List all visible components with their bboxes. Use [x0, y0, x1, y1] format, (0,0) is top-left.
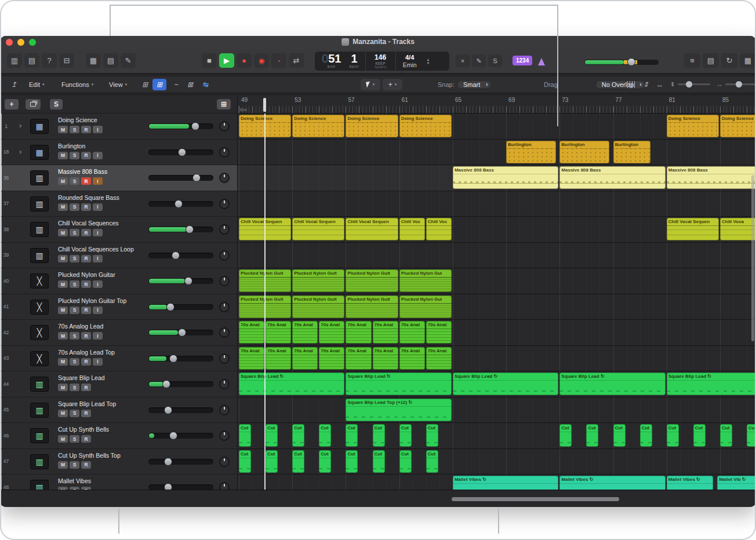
mute-button[interactable]: M: [58, 255, 68, 262]
track-name[interactable]: Rounded Square Bass: [58, 194, 119, 201]
track-header[interactable]: 45▥Square Blip Lead TopMSR: [0, 397, 237, 424]
solo-button[interactable]: S: [70, 410, 79, 417]
pan-knob[interactable]: [219, 173, 230, 183]
track-header[interactable]: 44▥Square Blip LeadMSR: [0, 371, 237, 397]
track-header[interactable]: 18›▦BurlingtonMSRI: [0, 140, 237, 166]
track-name[interactable]: Cut Up Synth Bells: [58, 426, 109, 433]
pan-knob[interactable]: [219, 482, 230, 490]
disclosure-triangle-icon[interactable]: ›: [19, 121, 21, 130]
region[interactable]: Mallet Vibes ↻: [559, 476, 665, 490]
track-name[interactable]: Plucked Nylon Guitar: [58, 271, 115, 278]
region[interactable]: Doing Science: [720, 115, 756, 137]
inspector-toggle-button[interactable]: ▤: [24, 53, 39, 68]
track-instrument-icon[interactable]: ▥: [30, 428, 49, 443]
volume-slider[interactable]: [148, 381, 213, 387]
automation-toggle-button[interactable]: ⊞: [138, 79, 152, 90]
track-header[interactable]: 46▥Cut Up Synth BellsMSR: [0, 423, 237, 449]
horizontal-zoom-slider[interactable]: ↔: [717, 81, 756, 87]
track-lane[interactable]: Mallet Vibes ↻Mallet Vibes ↻Mallet Vibes…: [238, 475, 756, 490]
solo-button[interactable]: S: [70, 280, 79, 288]
region[interactable]: 70s Anal: [319, 321, 344, 344]
pan-knob[interactable]: [219, 250, 230, 261]
region[interactable]: Chill Voca: [720, 218, 756, 240]
solo-mode-button[interactable]: S: [488, 54, 502, 67]
region[interactable]: Doing Science: [399, 115, 452, 137]
edit-menu[interactable]: Edit▾: [29, 79, 44, 90]
track-name[interactable]: 70s Analog Lead: [58, 323, 103, 330]
track-name[interactable]: Doing Science: [58, 116, 97, 123]
region[interactable]: Doing Science: [346, 115, 398, 137]
region[interactable]: 70s Anal: [399, 347, 425, 370]
region[interactable]: Cut: [266, 424, 278, 447]
volume-slider[interactable]: [148, 484, 213, 490]
horizontal-auto-zoom-button[interactable]: ↔: [653, 79, 667, 90]
record-enable-button[interactable]: R: [81, 177, 91, 185]
solo-button[interactable]: S: [70, 435, 79, 443]
region[interactable]: Cut: [640, 424, 652, 447]
snap-dropdown[interactable]: Smart▴▾: [458, 81, 490, 88]
track-header[interactable]: 41╳Plucked Nylon Guitar TopMSRI: [0, 294, 237, 320]
region[interactable]: 70s Anal: [399, 321, 425, 344]
region[interactable]: Burlington: [613, 141, 651, 163]
volume-knob[interactable]: [169, 432, 177, 440]
region[interactable]: Cut: [399, 424, 412, 447]
volume-knob[interactable]: [172, 251, 180, 260]
show-hide-tracks-button[interactable]: ⊞: [217, 99, 231, 110]
region[interactable]: Cut: [319, 424, 331, 447]
pan-knob[interactable]: [219, 430, 230, 441]
mute-button[interactable]: M: [58, 229, 68, 236]
region[interactable]: 70s Anal: [319, 347, 344, 370]
horizontal-zoom-track[interactable]: [725, 83, 756, 85]
track-lane[interactable]: Square Blip Lead ↻Square Blip Lead ↻Squa…: [238, 371, 756, 397]
input-monitoring-button[interactable]: I: [93, 255, 103, 262]
pan-knob[interactable]: [219, 147, 230, 158]
volume-slider[interactable]: [148, 175, 213, 181]
track-lane[interactable]: Chill Vocal SequenChill Vocal SequenChil…: [238, 217, 756, 243]
input-monitoring-button[interactable]: I: [93, 358, 103, 366]
waveform-zoom-button[interactable]: [624, 79, 638, 90]
region[interactable]: 70s Anal: [373, 321, 398, 344]
region[interactable]: Plucked Nylon Guit: [292, 295, 344, 318]
mute-button[interactable]: M: [58, 332, 68, 340]
input-monitoring-button[interactable]: I: [93, 280, 103, 288]
volume-knob[interactable]: [175, 200, 183, 208]
functions-menu[interactable]: Functions▾: [61, 79, 93, 90]
track-header[interactable]: 39▥Chill Vocal Sequences LoopMSRI: [0, 243, 237, 269]
region[interactable]: Cut: [346, 450, 358, 473]
region[interactable]: Chill Vocal Sequen: [346, 218, 398, 240]
track-header[interactable]: 47▥Cut Up Synth Bells TopMSR: [0, 449, 237, 475]
playhead-handle[interactable]: [263, 98, 266, 112]
catch-playhead-button[interactable]: ↥: [7, 79, 21, 90]
region[interactable]: Square Blip Lead ↻: [453, 373, 558, 395]
volume-slider[interactable]: [148, 149, 213, 155]
record-enable-button[interactable]: R: [81, 280, 91, 288]
horizontal-scrollbar[interactable]: [452, 497, 619, 501]
close-button[interactable]: [6, 39, 13, 46]
pan-knob[interactable]: [219, 199, 230, 209]
mute-button[interactable]: M: [58, 384, 68, 391]
region[interactable]: Cut: [373, 424, 385, 447]
solo-button[interactable]: S: [70, 384, 79, 391]
vertical-zoom-slider[interactable]: ⇕: [670, 81, 710, 87]
region[interactable]: Cut: [239, 424, 251, 447]
region[interactable]: Plucked Nylon Gui: [399, 295, 452, 318]
vertical-zoom-track[interactable]: [678, 83, 710, 85]
region[interactable]: Chill Voc: [399, 218, 425, 240]
region[interactable]: Burlington: [506, 141, 556, 163]
track-lane[interactable]: Doing ScienceDoing ScienceDoing ScienceD…: [238, 114, 756, 140]
note-pads-button[interactable]: ▤: [703, 53, 719, 68]
volume-slider[interactable]: [148, 304, 213, 310]
volume-slider[interactable]: [148, 433, 213, 439]
region[interactable]: Doing Science: [292, 115, 344, 137]
track-name[interactable]: Burlington: [58, 143, 85, 149]
region[interactable]: 70s Anal: [239, 321, 264, 344]
region[interactable]: Burlington: [559, 141, 609, 163]
lcd-mode-chevron-icon[interactable]: ▴ ▾: [424, 52, 433, 71]
volume-knob[interactable]: [162, 380, 170, 388]
timeline-ruler[interactable]: Em 49535761656973778185: [238, 96, 756, 114]
track-name[interactable]: Chill Vocal Sequences: [58, 220, 118, 227]
input-monitoring-button[interactable]: I: [93, 332, 103, 340]
region[interactable]: Mallet Vib ↻: [717, 476, 756, 490]
track-name[interactable]: Plucked Nylon Guitar Top: [58, 297, 126, 304]
solo-button[interactable]: S: [70, 177, 79, 185]
